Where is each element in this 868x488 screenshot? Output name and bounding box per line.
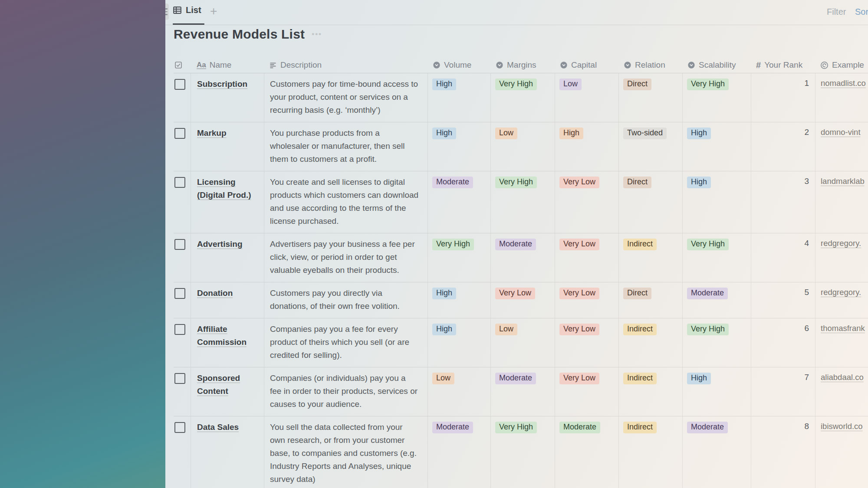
page-link[interactable]: Donation (197, 288, 233, 298)
example-cell[interactable]: redgregory. (815, 233, 868, 282)
volume-tag[interactable]: Very High (432, 239, 474, 250)
example-link[interactable]: ibisworld.co (821, 422, 863, 431)
scalability-tag[interactable]: Very High (687, 324, 729, 335)
tab-list-view[interactable]: List (173, 5, 201, 15)
description-cell[interactable]: You purchase products from a wholesaler … (264, 122, 427, 171)
description-cell[interactable]: You create and sell licenses to digital … (264, 171, 427, 233)
capital-tag[interactable]: Very Low (559, 324, 599, 335)
row-checkbox[interactable] (174, 177, 185, 188)
sidebar-handle-icon[interactable] (165, 3, 169, 20)
page-link[interactable]: Subscription (197, 79, 247, 88)
example-link[interactable]: thomasfrank (821, 324, 865, 333)
scalability-tag[interactable]: Moderate (687, 422, 728, 433)
column-header-example[interactable]: Example (815, 57, 868, 73)
filter-button[interactable]: Filter (827, 7, 846, 17)
margins-cell[interactable]: Very High (490, 416, 555, 488)
volume-tag[interactable]: High (432, 79, 456, 90)
scalability-tag[interactable]: Moderate (687, 288, 728, 299)
column-header-margins[interactable]: Margins (490, 57, 555, 73)
column-header-capital[interactable]: Capital (555, 57, 618, 73)
capital-tag[interactable]: Very Low (559, 177, 599, 188)
column-header-volume[interactable]: Volume (427, 57, 490, 73)
add-view-button[interactable]: + (210, 4, 217, 18)
relation-cell[interactable]: Indirect (618, 367, 682, 416)
volume-tag[interactable]: High (432, 288, 456, 299)
capital-cell[interactable]: Very Low (555, 171, 618, 233)
margins-tag[interactable]: Very High (495, 422, 537, 433)
capital-cell[interactable]: Very Low (555, 367, 618, 416)
volume-cell[interactable]: Moderate (427, 416, 490, 488)
volume-cell[interactable]: Very High (427, 233, 490, 282)
volume-tag[interactable]: Moderate (432, 177, 473, 188)
page-link[interactable]: Advertising (197, 239, 243, 249)
scalability-cell[interactable]: High (682, 171, 751, 233)
margins-cell[interactable]: Low (490, 318, 555, 367)
margins-cell[interactable]: Very High (490, 73, 555, 122)
example-link[interactable]: domno-vint (821, 128, 861, 137)
scalability-tag[interactable]: Very High (687, 239, 729, 250)
volume-tag[interactable]: Low (432, 373, 454, 384)
volume-tag[interactable]: Moderate (432, 422, 473, 433)
relation-tag[interactable]: Direct (623, 79, 651, 90)
description-cell[interactable]: Customers pay for time-bound access to y… (264, 73, 427, 122)
margins-cell[interactable]: Low (490, 122, 555, 171)
rank-cell[interactable]: 4 (751, 233, 815, 282)
volume-cell[interactable]: High (427, 122, 490, 171)
page-link[interactable]: Licensing (Digital Prod.) (197, 177, 251, 200)
capital-cell[interactable]: Low (555, 73, 618, 122)
title-menu-icon[interactable]: ••• (312, 30, 322, 39)
name-cell[interactable]: Sponsored Content (191, 367, 264, 416)
example-cell[interactable]: thomasfrank (815, 318, 868, 367)
scalability-cell[interactable]: Moderate (682, 416, 751, 488)
row-checkbox[interactable] (174, 422, 185, 433)
margins-cell[interactable]: Moderate (490, 367, 555, 416)
margins-tag[interactable]: Very Low (495, 288, 535, 299)
column-header-description[interactable]: Description (264, 57, 427, 73)
row-checkbox[interactable] (174, 79, 185, 90)
example-cell[interactable]: domno-vint (815, 122, 868, 171)
description-cell[interactable]: Companies (or individuals) pay you a fee… (264, 367, 427, 416)
rank-cell[interactable]: 2 (751, 122, 815, 171)
column-header-rank[interactable]: # Your Rank (751, 57, 815, 73)
volume-tag[interactable]: High (432, 128, 456, 139)
rank-cell[interactable]: 6 (751, 318, 815, 367)
capital-tag[interactable]: Moderate (559, 422, 600, 433)
rank-cell[interactable]: 7 (751, 367, 815, 416)
row-checkbox[interactable] (174, 324, 185, 335)
volume-cell[interactable]: Low (427, 367, 490, 416)
example-link[interactable]: redgregory. (821, 239, 861, 248)
volume-cell[interactable]: High (427, 73, 490, 122)
example-link[interactable]: landmarklab (821, 177, 865, 186)
volume-cell[interactable]: High (427, 318, 490, 367)
scalability-cell[interactable]: Very High (682, 318, 751, 367)
description-cell[interactable]: You sell the data collected from your ow… (264, 416, 427, 488)
example-cell[interactable]: aliabdaal.co (815, 367, 868, 416)
relation-cell[interactable]: Two-sided (618, 122, 682, 171)
margins-tag[interactable]: Moderate (495, 373, 536, 384)
example-link[interactable]: aliabdaal.co (821, 373, 864, 382)
relation-cell[interactable]: Direct (618, 282, 682, 318)
relation-tag[interactable]: Two-sided (623, 128, 667, 139)
name-cell[interactable]: Data Sales (191, 416, 264, 488)
scalability-cell[interactable]: High (682, 122, 751, 171)
rank-cell[interactable]: 1 (751, 73, 815, 122)
row-checkbox[interactable] (174, 239, 185, 250)
capital-tag[interactable]: High (559, 128, 583, 139)
scalability-cell[interactable]: High (682, 367, 751, 416)
name-cell[interactable]: Advertising (191, 233, 264, 282)
relation-cell[interactable]: Direct (618, 171, 682, 233)
scalability-cell[interactable]: Moderate (682, 282, 751, 318)
capital-cell[interactable]: Moderate (555, 416, 618, 488)
volume-cell[interactable]: Moderate (427, 171, 490, 233)
relation-tag[interactable]: Direct (623, 177, 651, 188)
margins-tag[interactable]: Low (495, 128, 517, 139)
margins-tag[interactable]: Very High (495, 79, 537, 90)
name-cell[interactable]: Licensing (Digital Prod.) (191, 171, 264, 233)
row-checkbox[interactable] (174, 128, 185, 139)
capital-cell[interactable]: High (555, 122, 618, 171)
scalability-tag[interactable]: High (687, 177, 711, 188)
header-select-all[interactable] (174, 57, 191, 73)
description-cell[interactable]: Companies pay you a fee for every produc… (264, 318, 427, 367)
relation-cell[interactable]: Indirect (618, 233, 682, 282)
volume-tag[interactable]: High (432, 324, 456, 335)
